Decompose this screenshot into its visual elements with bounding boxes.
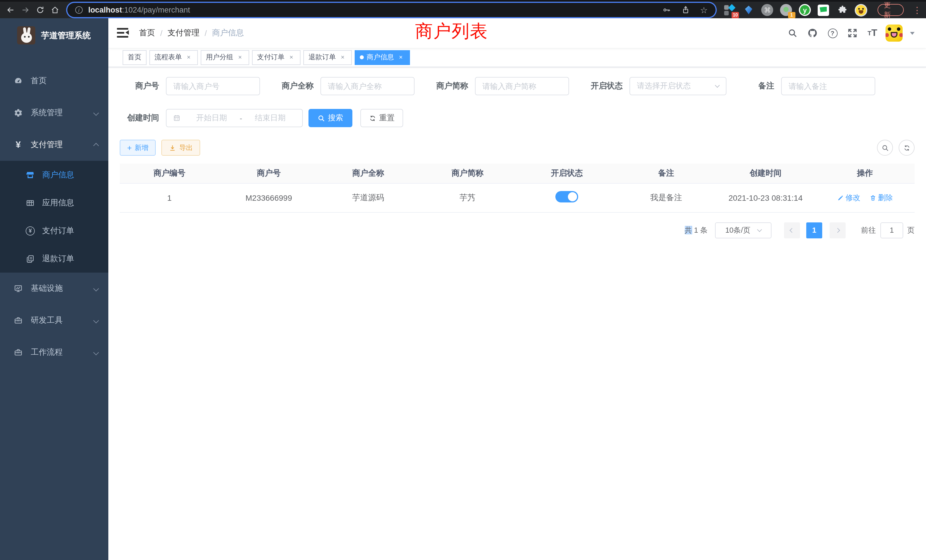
tab-pay-order[interactable]: 支付订单 × bbox=[252, 50, 301, 65]
edit-link-label: 修改 bbox=[846, 192, 861, 203]
edit-link[interactable]: 修改 bbox=[837, 192, 861, 203]
breadcrumb-separator: / bbox=[205, 29, 207, 38]
sidebar-item-merchant-info[interactable]: 商户信息 bbox=[0, 161, 108, 189]
tab-refund-order[interactable]: 退款订单 × bbox=[303, 50, 352, 65]
sidebar-item-refund-order[interactable]: 退款订单 bbox=[0, 245, 108, 272]
home-icon bbox=[51, 6, 59, 14]
documents-icon bbox=[25, 254, 35, 263]
sidebar-item-label: 退款订单 bbox=[42, 253, 74, 264]
user-avatar[interactable] bbox=[885, 24, 903, 42]
extension-badge: 1 bbox=[788, 12, 795, 18]
tab-close-icon[interactable]: × bbox=[287, 53, 295, 61]
avatar-caret-icon[interactable] bbox=[910, 32, 915, 35]
gear-icon bbox=[13, 108, 23, 118]
remark-input[interactable] bbox=[781, 77, 875, 95]
page-unit-label: 页 bbox=[907, 225, 915, 235]
col-merchant-no: 商户号 bbox=[219, 163, 319, 183]
next-page-button[interactable] bbox=[830, 222, 846, 238]
extension-chat-icon[interactable] bbox=[817, 3, 831, 17]
status-toggle-on[interactable] bbox=[555, 191, 578, 203]
sidebar-item-infrastructure[interactable]: 基础设施 bbox=[0, 272, 108, 304]
hide-search-button[interactable] bbox=[877, 140, 893, 156]
breadcrumb-current: 商户信息 bbox=[212, 28, 244, 38]
password-key-icon[interactable] bbox=[662, 6, 671, 14]
extension-command-icon[interactable]: ⌘ bbox=[761, 3, 774, 17]
browser-menu-icon[interactable]: ⋮ bbox=[913, 5, 921, 15]
page-content: 商户号 商户全称 商户简称 开启状态 请选择开启状态 bbox=[108, 67, 926, 560]
browser-forward-button[interactable] bbox=[18, 3, 33, 17]
breadcrumb-payment[interactable]: 支付管理 bbox=[168, 28, 200, 38]
create-time-label: 创建时间 bbox=[120, 113, 166, 123]
tab-close-icon[interactable]: × bbox=[397, 53, 405, 61]
extension-tampermonkey-icon[interactable]: 10 bbox=[723, 3, 737, 17]
browser-toolbar: i localhost:1024/pay/merchant ☆ 10 ⌘ 1 bbox=[0, 2, 926, 18]
browser-back-button[interactable] bbox=[3, 3, 18, 17]
dashboard-icon bbox=[13, 76, 23, 86]
yen-circle-icon: ¥ bbox=[25, 226, 35, 235]
merchant-no-input[interactable] bbox=[166, 77, 260, 95]
sidebar-item-label: 应用信息 bbox=[42, 198, 74, 208]
fullscreen-icon[interactable] bbox=[846, 26, 859, 40]
full-name-input[interactable] bbox=[321, 77, 415, 95]
sidebar-item-home[interactable]: 首页 bbox=[0, 65, 108, 97]
sidebar-item-label: 商户信息 bbox=[42, 170, 74, 180]
delete-link[interactable]: 删除 bbox=[870, 192, 893, 203]
extension-recorder-icon[interactable]: 1 bbox=[779, 3, 793, 17]
chevron-down-icon bbox=[94, 348, 98, 357]
github-icon[interactable] bbox=[806, 26, 819, 40]
extension-y-icon[interactable]: y bbox=[798, 3, 812, 17]
browser-profile-avatar[interactable] bbox=[855, 3, 868, 17]
address-bar[interactable]: i localhost:1024/pay/merchant ☆ bbox=[67, 3, 716, 17]
browser-home-button[interactable] bbox=[48, 3, 63, 17]
goto-page-input[interactable] bbox=[881, 222, 903, 238]
site-info-icon[interactable]: i bbox=[75, 6, 82, 14]
reset-button[interactable]: 重置 bbox=[360, 109, 403, 127]
sidebar-item-app-info[interactable]: 应用信息 bbox=[0, 189, 108, 217]
tab-label: 退款订单 bbox=[309, 53, 336, 62]
sidebar-item-pay-order[interactable]: ¥ 支付订单 bbox=[0, 217, 108, 245]
merchant-table: 商户编号 商户号 商户全称 商户简称 开启状态 备注 创建时间 操作 1 bbox=[120, 163, 915, 212]
sidebar: 芋道管理系统 首页 系统管理 ¥ 支付管 bbox=[0, 18, 108, 560]
full-name-label: 商户全称 bbox=[274, 81, 321, 91]
sidebar-collapse-icon[interactable] bbox=[117, 28, 129, 38]
app-logo-avatar bbox=[17, 26, 35, 44]
search-button[interactable]: 搜索 bbox=[309, 109, 353, 127]
chrome-update-button[interactable]: 更新 bbox=[878, 4, 904, 16]
sidebar-item-payment[interactable]: ¥ 支付管理 bbox=[0, 129, 108, 161]
tab-close-icon[interactable]: × bbox=[185, 53, 193, 61]
create-time-range-input[interactable]: 开始日期 - 结束日期 bbox=[166, 109, 303, 127]
tab-merchant-info-active[interactable]: 商户信息 × bbox=[355, 50, 410, 65]
tab-close-icon[interactable]: × bbox=[339, 53, 346, 61]
font-size-icon[interactable]: TT bbox=[865, 26, 879, 40]
sidebar-item-label: 基础设施 bbox=[31, 283, 63, 294]
app-logo[interactable]: 芋道管理系统 bbox=[0, 18, 108, 53]
tab-home[interactable]: 首页 bbox=[123, 50, 147, 65]
col-actions: 操作 bbox=[816, 163, 915, 183]
refresh-table-button[interactable] bbox=[899, 140, 915, 156]
export-button[interactable]: 导出 bbox=[161, 140, 200, 156]
short-name-input[interactable] bbox=[475, 77, 569, 95]
tab-user-group[interactable]: 用户分组 × bbox=[201, 50, 249, 65]
extensions-puzzle-icon[interactable] bbox=[836, 3, 849, 17]
chevron-down-icon bbox=[757, 227, 762, 232]
search-icon[interactable] bbox=[786, 26, 799, 40]
breadcrumb-home[interactable]: 首页 bbox=[139, 28, 155, 38]
tab-process-form[interactable]: 流程表单 × bbox=[150, 50, 198, 65]
sidebar-item-system[interactable]: 系统管理 bbox=[0, 97, 108, 129]
help-icon[interactable]: ? bbox=[826, 26, 839, 40]
sidebar-item-workflow[interactable]: 工作流程 bbox=[0, 336, 108, 368]
page-number-current[interactable]: 1 bbox=[806, 222, 822, 238]
status-select[interactable]: 请选择开启状态 bbox=[629, 77, 726, 95]
date-separator: - bbox=[238, 114, 245, 122]
extension-kite-icon[interactable] bbox=[742, 3, 755, 17]
share-icon[interactable] bbox=[681, 6, 690, 14]
tab-label: 首页 bbox=[128, 53, 141, 62]
store-icon bbox=[25, 170, 35, 179]
sidebar-item-dev-tools[interactable]: 研发工具 bbox=[0, 304, 108, 336]
page-size-select[interactable]: 10条/页 bbox=[715, 222, 772, 238]
tab-close-icon[interactable]: × bbox=[236, 53, 244, 61]
prev-page-button[interactable] bbox=[784, 222, 800, 238]
browser-reload-button[interactable] bbox=[33, 3, 48, 17]
bookmark-star-icon[interactable]: ☆ bbox=[700, 6, 708, 14]
add-button[interactable]: + 新增 bbox=[120, 140, 156, 156]
